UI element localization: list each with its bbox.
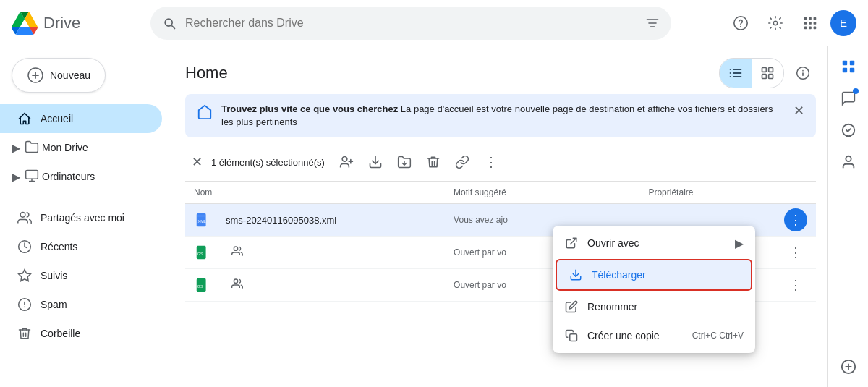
banner-icon (197, 104, 213, 124)
svg-text:GS: GS (197, 284, 203, 289)
right-sidebar-add-button[interactable] (834, 352, 863, 381)
row-more-button3[interactable]: ⋮ (784, 273, 807, 297)
sheet-file-icon: GS (194, 244, 211, 261)
sidebar-item-mon-drive[interactable]: ▶ Mon Drive (0, 133, 162, 162)
search-icon (162, 16, 176, 30)
svg-point-23 (342, 157, 347, 162)
topbar: Drive E (0, 0, 868, 46)
row-more-button2[interactable]: ⋮ (784, 241, 807, 264)
move-button[interactable] (391, 149, 417, 175)
svg-point-2 (773, 21, 778, 25)
svg-rect-13 (26, 170, 38, 179)
file-name-text: sms-20240116095038.xml (226, 215, 336, 226)
svg-rect-19 (769, 68, 773, 72)
sidebar-item-corbeille[interactable]: Corbeille (0, 319, 162, 348)
banner-close-button[interactable]: ✕ (793, 103, 804, 119)
settings-button[interactable] (761, 9, 790, 38)
menu-item-telecharger-label: Télécharger (592, 269, 739, 281)
menu-item-renommer[interactable]: Renommer (553, 292, 755, 321)
row-more-button[interactable]: ⋮ (784, 208, 807, 231)
menu-item-ouvrir[interactable]: Ouvrir avec ▶ (553, 229, 755, 258)
home-icon (17, 111, 32, 126)
shared-icon (17, 210, 32, 225)
sheet-file-icon2: GS (194, 276, 211, 294)
download-button[interactable] (362, 149, 388, 175)
menu-item-telecharger[interactable]: Télécharger (556, 259, 752, 291)
drive-logo-icon (12, 10, 38, 36)
right-sidebar-contacts-button[interactable] (834, 148, 863, 177)
filter-icon[interactable] (645, 16, 660, 30)
svg-line-35 (571, 238, 576, 244)
search-input[interactable] (185, 17, 637, 30)
sidebar-item-accueil[interactable]: Accueil (0, 104, 162, 133)
clock-icon (17, 239, 32, 254)
delete-button[interactable] (420, 149, 446, 175)
svg-rect-9 (804, 26, 807, 29)
computer-icon (25, 169, 39, 185)
svg-rect-7 (809, 22, 812, 25)
right-sidebar-sheets-button[interactable] (834, 52, 863, 81)
svg-text:XML: XML (198, 219, 206, 224)
chevron-right-icon: ▶ (12, 141, 20, 155)
sidebar-item-partages[interactable]: Partagés avec moi (0, 203, 162, 232)
file-row-actions: ⋮ (778, 208, 807, 231)
list-view-button[interactable] (720, 59, 752, 88)
svg-rect-20 (762, 75, 767, 79)
col-motif-header: Motif suggéré (454, 187, 648, 197)
right-sidebar-tasks-button[interactable] (834, 116, 863, 145)
sidebar-item-suivis[interactable]: Suivis (0, 261, 162, 290)
right-panel: Home (174, 46, 827, 387)
sidebar-item-ordinateurs[interactable]: ▶ Ordinateurs (0, 162, 162, 191)
svg-point-14 (20, 213, 25, 218)
file-name-cell: GS (194, 244, 454, 261)
info-banner: Trouvez plus vite ce que vous cherchez L… (185, 94, 816, 137)
deselect-button[interactable]: ✕ (185, 150, 208, 174)
svg-point-43 (846, 156, 851, 161)
page-header: Home (185, 46, 816, 94)
file-name-cell: XML sms-20240116095038.xml (194, 211, 454, 229)
right-sidebar (827, 46, 868, 387)
svg-point-31 (234, 247, 237, 250)
right-sidebar-chat-button[interactable] (834, 84, 863, 113)
svg-rect-37 (570, 334, 577, 341)
more-button[interactable]: ⋮ (478, 149, 504, 175)
menu-item-copie-label: Créer une copie (587, 330, 684, 341)
xml-file-icon: XML (194, 211, 211, 229)
svg-rect-21 (769, 75, 773, 79)
add-person-button[interactable] (333, 149, 359, 175)
page-title: Home (185, 64, 228, 82)
sidebar-item-spam[interactable]: Spam (0, 290, 162, 319)
sidebar-item-corbeille-label: Corbeille (41, 328, 80, 339)
col-name-header: Nom (194, 187, 454, 197)
search-bar[interactable] (150, 7, 671, 40)
new-button-label: Nouveau (50, 69, 90, 81)
apps-button[interactable] (796, 9, 825, 38)
table-header: Nom Motif suggéré Propriétaire (185, 182, 816, 204)
sidebar-item-recents[interactable]: Récents (0, 232, 162, 261)
spam-icon (17, 297, 32, 312)
topbar-right: E (726, 9, 856, 38)
main-layout: Nouveau Accueil ▶ Mon Drive ▶ Ordinateur… (0, 46, 868, 387)
sidebar-item-accueil-label: Accueil (41, 113, 73, 124)
grid-view-button[interactable] (752, 59, 783, 88)
file-toolbar: ✕ 1 élément(s) sélectionné(s) ⋮ (185, 143, 816, 182)
user-avatar[interactable]: E (830, 10, 856, 36)
file-row-actions2: ⋮ (778, 241, 807, 264)
svg-rect-10 (809, 26, 812, 29)
sidebar-item-mon-drive-label: Mon Drive (42, 142, 88, 153)
chat-badge (853, 88, 859, 94)
svg-rect-6 (804, 22, 807, 25)
submenu-arrow-icon: ▶ (735, 237, 744, 250)
new-button[interactable]: Nouveau (12, 58, 106, 93)
link-button[interactable] (449, 149, 475, 175)
svg-point-1 (740, 25, 741, 27)
menu-item-copie[interactable]: Créer une copie Ctrl+C Ctrl+V (553, 321, 755, 350)
trash-icon (17, 326, 32, 341)
svg-rect-5 (814, 17, 817, 20)
file-name-cell: GS (194, 276, 454, 294)
info-button[interactable] (790, 60, 816, 86)
menu-item-ouvrir-label: Ouvrir avec (587, 237, 726, 249)
shared-users-icon (231, 245, 243, 260)
help-button[interactable] (726, 9, 755, 38)
folder-icon (25, 140, 39, 156)
